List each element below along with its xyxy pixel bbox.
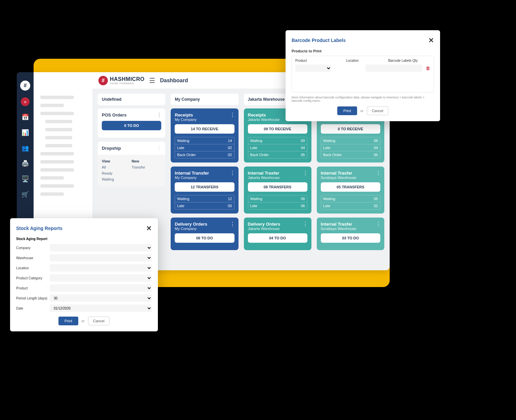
calendar-icon[interactable]: 📅 <box>21 113 30 122</box>
receive-button[interactable]: 14 TO RECEIVE <box>175 124 234 134</box>
card-subtitle: My Company <box>175 118 234 122</box>
card-subtitle: My Company <box>175 176 234 180</box>
barcode-labels-modal: Barcode Product Labels ✕ Products to Pri… <box>286 30 440 121</box>
skeleton-line <box>45 128 72 131</box>
stat-value: 14 <box>228 139 232 143</box>
close-icon[interactable]: ✕ <box>146 224 152 232</box>
skeleton-line <box>45 120 72 123</box>
stat-value: 05 <box>374 153 378 157</box>
stat-label: Waiting <box>250 139 262 143</box>
users-icon[interactable]: 👥 <box>21 144 30 152</box>
cancel-button[interactable]: Cancel <box>88 317 110 325</box>
card-subtitle: Surabaya Warehouse <box>321 176 380 180</box>
stock-aging-modal: Stock Aging Reports ✕ Stock Aging Report… <box>10 218 158 331</box>
page-title: Dashboard <box>160 78 188 84</box>
product-select[interactable] <box>295 64 331 72</box>
label-category: Product Category <box>16 276 50 280</box>
receive-button[interactable]: 0 TO RECEIVE <box>321 124 380 134</box>
stat-value: 02 <box>228 153 232 157</box>
new-transfer[interactable]: Transfer <box>132 164 162 170</box>
stat-label: Waiting <box>323 139 335 143</box>
transfers-button[interactable]: 08 TRANSFERS <box>248 182 307 192</box>
stat-label: Back Order <box>250 153 269 157</box>
section-label: Products to Print <box>292 49 434 53</box>
chart-icon[interactable]: 📊 <box>21 128 30 137</box>
more-icon[interactable]: ⋮ <box>157 145 162 151</box>
label-product: Product <box>16 286 50 290</box>
stat-label: Late <box>177 204 184 208</box>
label-period: Period Length (days) <box>16 296 50 300</box>
card-subtitle: Jakarta Warehouse <box>248 176 307 180</box>
stat-value: 05 <box>374 197 378 201</box>
skeleton-line <box>45 136 72 139</box>
stat-value: 09 <box>374 139 378 143</box>
col-product: Product <box>295 59 346 62</box>
view-ready[interactable]: Ready <box>102 170 132 176</box>
card-subtitle: My Company <box>175 227 234 231</box>
transfer-card-2: ⋮ Internal Trasfer Surabaya Warehouse 03… <box>317 218 384 250</box>
more-icon[interactable]: ⋮ <box>157 112 162 118</box>
card-title: Dropship <box>98 142 165 155</box>
skeleton-line <box>40 168 74 172</box>
expand-rail-icon[interactable]: » <box>21 97 30 106</box>
card-title: Delivery Orders <box>248 222 307 227</box>
stat-label: Waiting <box>250 197 262 201</box>
warehouse-select[interactable] <box>50 254 152 262</box>
stat-label: Waiting <box>177 197 189 201</box>
monitor-icon[interactable]: 🖥️ <box>21 175 30 183</box>
view-all[interactable]: All <box>102 164 132 170</box>
label-date: Date <box>16 307 50 310</box>
receipts-card: ⋮ Receipts My Company 14 TO RECEIVE Wait… <box>171 108 238 162</box>
card-title: Internal Trasfer <box>248 171 307 176</box>
stat-value: 08 <box>301 197 305 201</box>
cancel-button[interactable]: Cancel <box>367 106 388 115</box>
stat-value: 04 <box>301 146 305 150</box>
transfers-button[interactable]: 05 TRANSFERS <box>321 182 380 192</box>
transfers-button[interactable]: 12 TRANSFERS <box>175 182 234 192</box>
print-button[interactable]: Print <box>58 317 78 325</box>
rail-logo-icon: # <box>20 81 30 91</box>
card-title: Internal Trasfer <box>321 222 380 227</box>
company-select[interactable] <box>50 244 152 251</box>
column-mycompany: My Company ⋮ Receipts My Company 14 TO R… <box>171 94 238 266</box>
delivery-card: ⋮ Delivery Orders My Company 08 TO DO <box>171 218 238 250</box>
stat-label: Late <box>250 204 257 208</box>
receive-button[interactable]: 09 TO RECEIVE <box>248 124 307 134</box>
location-select[interactable] <box>50 264 152 272</box>
todo-button[interactable]: 03 TO DO <box>321 233 380 243</box>
label-location: Location <box>16 266 50 270</box>
todo-button[interactable]: 04 TO DO <box>248 233 307 243</box>
product-select[interactable] <box>50 284 152 292</box>
stat-value: 00 <box>228 204 232 208</box>
skeleton-line <box>40 112 74 115</box>
skeleton-line <box>40 176 64 180</box>
stat-value: 05 <box>301 153 305 157</box>
stat-value: 12 <box>228 197 232 201</box>
skeleton-line <box>45 144 72 147</box>
todo-button[interactable]: 08 TO DO <box>175 233 234 243</box>
stat-value: 04 <box>374 146 378 150</box>
section-label: Stock Aging Report <box>16 237 152 241</box>
view-waiting[interactable]: Waiting <box>102 176 132 182</box>
date-select[interactable]: 01/12/2020 <box>50 305 152 312</box>
skeleton-line <box>40 152 74 155</box>
period-select[interactable]: 30 <box>50 294 152 302</box>
modal-title: Stock Aging Reports <box>16 226 62 231</box>
printer-icon[interactable]: 🖨️ <box>21 159 30 168</box>
qty-input[interactable] <box>366 64 422 72</box>
todo-button[interactable]: 0 TO DO <box>102 121 161 130</box>
print-button[interactable]: Print <box>337 106 357 115</box>
stat-label: Late <box>250 146 257 150</box>
category-select[interactable] <box>50 274 152 282</box>
card-title: Internal Transfer <box>175 171 234 176</box>
close-icon[interactable]: ✕ <box>428 36 434 44</box>
menu-icon[interactable]: ☰ <box>149 77 155 85</box>
cart-icon[interactable]: 🛒 <box>21 190 30 199</box>
col-qty: Barcode Labels Qty <box>388 59 430 62</box>
card-subtitle: Surabaya Warehouse <box>321 227 380 231</box>
skeleton-line <box>40 192 64 196</box>
label-warehouse: Warehouse <box>16 256 50 260</box>
or-text: or <box>82 319 85 323</box>
trash-icon[interactable]: 🗑 <box>426 65 430 71</box>
stat-value: 02 <box>228 146 232 150</box>
